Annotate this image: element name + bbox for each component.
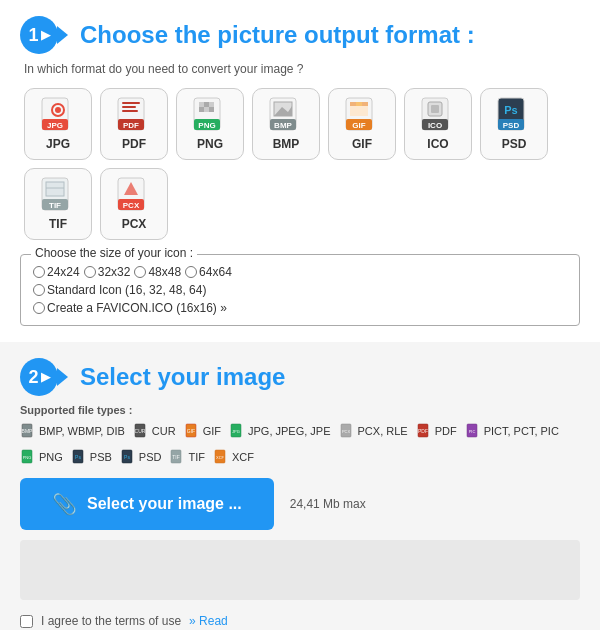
tif-file-icon: TIF — [169, 448, 185, 466]
icon-size-legend: Choose the size of your icon : — [31, 246, 197, 260]
section-1: 1 ▶ Choose the picture output format : I… — [0, 0, 600, 342]
size-48x48[interactable]: 48x48 — [134, 265, 181, 279]
step1-badge: 1 ▶ — [20, 16, 58, 54]
svg-text:GIF: GIF — [352, 121, 365, 130]
radio-24x24[interactable] — [33, 266, 45, 278]
radio-standard[interactable] — [33, 284, 45, 296]
filetype-png-label: PNG — [39, 451, 63, 463]
section2-title: Select your image — [80, 363, 285, 391]
filetype-bmp-label: BMP, WBMP, DIB — [39, 425, 125, 437]
psd-file-icon: Ps — [120, 448, 136, 466]
svg-text:XCF: XCF — [216, 455, 225, 460]
format-pdf-label: PDF — [122, 137, 146, 151]
filetype-jpg: JPG JPG, JPEG, JPE — [229, 422, 331, 440]
label-standard: Standard Icon (16, 32, 48, 64) — [47, 283, 206, 297]
format-jpg[interactable]: JPG JPG — [24, 88, 92, 160]
svg-rect-10 — [122, 110, 138, 112]
format-pdf[interactable]: PDF PDF — [100, 88, 168, 160]
svg-text:Ps: Ps — [124, 454, 130, 460]
gif-icon: GIF — [344, 97, 380, 133]
section1-title: Choose the picture output format : — [80, 21, 475, 49]
svg-text:PDF: PDF — [123, 121, 139, 130]
format-bmp-label: BMP — [273, 137, 300, 151]
terms-checkbox[interactable] — [20, 615, 33, 628]
format-pcx[interactable]: PCX PCX — [100, 168, 168, 240]
format-psd[interactable]: PSD Ps PSD — [480, 88, 548, 160]
filetype-cur: CUR CUR — [133, 422, 176, 440]
pdf-icon: PDF — [116, 97, 152, 133]
size-favicon[interactable]: Create a FAVICON.ICO (16x16) » — [33, 301, 227, 315]
svg-text:TIF: TIF — [173, 454, 181, 460]
upload-button[interactable]: 📎 Select your image ... — [20, 478, 274, 530]
radio-32x32[interactable] — [84, 266, 96, 278]
svg-rect-8 — [122, 102, 140, 104]
tif-icon: TIF — [40, 177, 76, 213]
step2-number: 2 — [28, 367, 38, 388]
format-pcx-label: PCX — [122, 217, 147, 231]
svg-text:PSD: PSD — [503, 121, 520, 130]
svg-rect-9 — [122, 106, 136, 108]
size-64x64[interactable]: 64x64 — [185, 265, 232, 279]
section1-header: 1 ▶ Choose the picture output format : — [20, 16, 580, 54]
filetype-psb: Ps PSB — [71, 448, 112, 466]
filetype-gif: GIF GIF — [184, 422, 221, 440]
section2-header: 2 ▶ Select your image — [20, 358, 580, 396]
svg-rect-15 — [204, 102, 209, 107]
svg-rect-17 — [199, 107, 204, 112]
png-icon: PNG — [192, 97, 228, 133]
svg-text:PDF: PDF — [418, 428, 428, 434]
psb-file-icon: Ps — [71, 448, 87, 466]
size-32x32[interactable]: 32x32 — [84, 265, 131, 279]
label-favicon: Create a FAVICON.ICO (16x16) » — [47, 301, 227, 315]
format-bmp[interactable]: BMP BMP — [252, 88, 320, 160]
svg-rect-44 — [46, 182, 64, 196]
pcx-file-icon: PCX — [339, 422, 355, 440]
radio-favicon[interactable] — [33, 302, 45, 314]
xcf-file-icon: XCF — [213, 448, 229, 466]
pdf-file-icon: PDF — [416, 422, 432, 440]
pict-file-icon: PIC — [465, 422, 481, 440]
upload-row: 📎 Select your image ... 24,41 Mb max — [20, 478, 580, 530]
format-gif[interactable]: GIF GIF — [328, 88, 396, 160]
svg-text:Ps: Ps — [75, 454, 81, 460]
icon-size-row-2: Standard Icon (16, 32, 48, 64) — [33, 283, 567, 297]
format-ico[interactable]: ICO ICO — [404, 88, 472, 160]
svg-rect-31 — [362, 102, 368, 106]
jpg-icon: JPG — [40, 97, 76, 133]
label-32x32: 32x32 — [98, 265, 131, 279]
label-64x64: 64x64 — [199, 265, 232, 279]
drop-area[interactable] — [20, 540, 580, 600]
terms-read-link[interactable]: » Read — [189, 614, 228, 628]
radio-48x48[interactable] — [134, 266, 146, 278]
format-png[interactable]: PNG PNG — [176, 88, 244, 160]
svg-rect-16 — [209, 102, 214, 107]
svg-text:GIF: GIF — [186, 428, 194, 434]
section-2: 2 ▶ Select your image Supported file typ… — [0, 342, 600, 630]
svg-text:PNG: PNG — [198, 121, 215, 130]
svg-rect-18 — [204, 107, 209, 112]
filetype-gif-label: GIF — [203, 425, 221, 437]
filetype-psb-label: PSB — [90, 451, 112, 463]
bmp-icon: BMP — [268, 97, 304, 133]
format-gif-label: GIF — [352, 137, 372, 151]
filetype-psd: Ps PSD — [120, 448, 162, 466]
filetype-pdf: PDF PDF — [416, 422, 457, 440]
size-standard[interactable]: Standard Icon (16, 32, 48, 64) — [33, 283, 206, 297]
ico-icon: ICO — [420, 97, 456, 133]
format-tif[interactable]: TIF TIF — [24, 168, 92, 240]
terms-row: I agree to the terms of use » Read — [20, 614, 580, 628]
svg-text:JPG: JPG — [47, 121, 63, 130]
gif-file-icon: GIF — [184, 422, 200, 440]
svg-text:CUR: CUR — [134, 428, 145, 434]
radio-64x64[interactable] — [185, 266, 197, 278]
size-24x24[interactable]: 24x24 — [33, 265, 80, 279]
png-file-icon: PNG — [20, 448, 36, 466]
svg-rect-30 — [356, 102, 362, 106]
label-24x24: 24x24 — [47, 265, 80, 279]
icon-size-row-1: 24x24 32x32 48x48 64x64 — [33, 265, 567, 279]
svg-rect-36 — [431, 105, 439, 113]
terms-label: I agree to the terms of use — [41, 614, 181, 628]
cur-file-icon: CUR — [133, 422, 149, 440]
step1-play-icon: ▶ — [41, 28, 50, 42]
filetype-tif: TIF TIF — [169, 448, 205, 466]
